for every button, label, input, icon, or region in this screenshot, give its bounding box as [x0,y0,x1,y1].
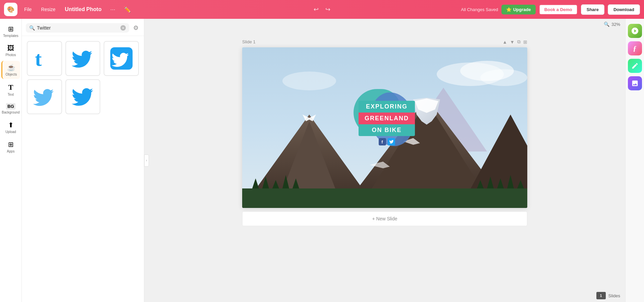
objects-icon: ☕ [7,63,15,72]
search-icon: 🔍 [29,25,35,31]
apps-label: Apps [7,149,15,153]
left-panel: 🔍 ✕ ⚙ t [22,19,144,302]
icons-grid: t [22,36,144,119]
overlay-line1: EXPLORING [366,103,408,110]
sidebar-item-apps[interactable]: ⊞ Apps [1,138,20,156]
logo: 🎨 [4,3,17,16]
sidebar-item-photos[interactable]: 🖼 Photos [1,42,20,59]
sidebar-item-objects[interactable]: ☕ Objects [1,61,20,79]
collapse-panel-button[interactable]: ‹ [144,155,149,167]
right-app-4[interactable] [628,76,642,90]
right-app-1[interactable] [628,24,642,38]
text-label: Text [8,93,14,96]
main-layout: ⊞ Templates 🖼 Photos ☕ Objects T Text BG… [0,19,644,302]
slides-thumbnail: 1 [596,292,606,299]
download-button[interactable]: Download [608,4,640,15]
new-slide-label: + New Slide [372,216,397,221]
changes-saved-label: All Changes Saved [461,7,498,12]
overlay-line2: GREENLAND [365,115,409,122]
svg-text:t: t [35,47,42,70]
greenland-text-overlay[interactable]: EXPLORING GREENLAND ON BIKE [357,94,424,161]
zoom-level: 32% [611,22,620,27]
twitter-small-icon[interactable] [388,138,395,145]
canvas-scroll[interactable]: Slide 1 ▲ ▼ ⧉ ⊞ [144,19,625,302]
search-input[interactable] [37,25,118,31]
twitter-icon-3[interactable] [104,41,139,76]
header-right: All Changes Saved ⭐ Upgrade Book a Demo … [461,4,640,15]
star-icon: ⭐ [506,7,512,12]
upload-label: Upload [5,130,16,134]
slide-label: Slide 1 [242,39,256,44]
slide-header: Slide 1 ▲ ▼ ⧉ ⊞ [242,39,527,45]
share-button[interactable]: Share [581,4,604,15]
twitter-icon-1[interactable]: t [27,41,62,76]
chevron-left-icon: ‹ [146,159,147,162]
header-center: ↩ ↪ [312,4,332,14]
sidebar-item-upload[interactable]: ⬆ Upload [1,118,20,136]
background-icon: BG [6,103,15,110]
facebook-icon[interactable]: f [379,138,386,145]
svg-rect-19 [242,188,527,208]
templates-label: Templates [3,34,18,38]
search-bar: 🔍 ✕ ⚙ [22,19,144,36]
slides-label: Slides [608,293,620,298]
templates-icon: ⊞ [8,25,14,33]
slide-add-button[interactable]: ⊞ [523,39,527,45]
apps-icon: ⊞ [8,140,14,148]
right-app-2[interactable]: ƒ [628,41,642,55]
resize-menu[interactable]: Resize [39,5,58,13]
more-options-button[interactable]: ··· [108,5,117,14]
twitter-icon-5[interactable] [65,79,101,114]
slide-canvas[interactable]: EXPLORING GREENLAND ON BIKE [242,47,527,208]
overlay-line3: ON BIKE [372,127,402,133]
twitter-icon-4[interactable] [27,79,62,114]
zoom-bar: 🔍 32% [604,21,620,27]
slides-panel: 1 Slides [596,292,620,299]
filter-button[interactable]: ⚙ [132,23,140,33]
document-title: Untitled Photo [62,5,104,14]
edit-title-button[interactable]: ✏️ [121,4,133,14]
search-input-wrap: 🔍 ✕ [26,23,129,33]
undo-button[interactable]: ↩ [312,4,321,14]
twitter-icon-2[interactable] [65,41,101,76]
header: 🎨 File Resize Untitled Photo ··· ✏️ ↩ ↪ … [0,0,644,19]
upload-icon: ⬆ [8,121,14,129]
new-slide-button[interactable]: + New Slide [242,211,527,226]
clear-search-button[interactable]: ✕ [120,25,126,31]
objects-label: Objects [6,73,17,76]
upgrade-button[interactable]: ⭐ Upgrade [501,5,536,14]
sidebar-item-templates[interactable]: ⊞ Templates [1,22,20,40]
sidebar-item-background[interactable]: BG Background [1,100,20,117]
text-icon: T [8,83,13,92]
book-demo-button[interactable]: Book a Demo [539,4,578,15]
zoom-icon: 🔍 [604,21,609,27]
file-menu[interactable]: File [21,5,35,13]
slide-up-button[interactable]: ▲ [502,39,507,45]
background-label: Background [2,111,19,114]
photos-icon: 🖼 [7,44,14,52]
canvas-area: 🔍 32% Slide 1 ▲ ▼ ⧉ ⊞ [144,19,625,302]
slide-duplicate-button[interactable]: ⧉ [517,39,521,45]
right-sidebar: ƒ [625,19,644,302]
svg-point-5 [480,69,527,86]
slide-down-button[interactable]: ▼ [510,39,515,45]
sidebar-icons: ⊞ Templates 🖼 Photos ☕ Objects T Text BG… [0,19,22,302]
svg-point-6 [282,72,336,90]
slide-controls: ▲ ▼ ⧉ ⊞ [502,39,527,45]
sidebar-item-text[interactable]: T Text [1,80,20,99]
photos-label: Photos [5,53,16,57]
right-app-3[interactable] [628,59,642,73]
slide-container: Slide 1 ▲ ▼ ⧉ ⊞ [242,39,527,226]
redo-button[interactable]: ↪ [323,4,332,14]
